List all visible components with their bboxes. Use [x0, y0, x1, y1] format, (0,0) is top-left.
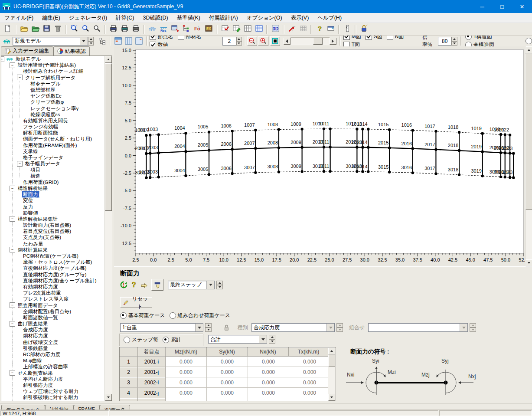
toolbar-table-calc-button[interactable]: [253, 24, 264, 35]
tree-item-斜引張破壊に対する耐力[interactable]: 斜引張破壊に対する耐力: [1, 394, 112, 400]
tree-item-M-φ曲線[interactable]: M-φ曲線: [1, 357, 112, 364]
toolbar-save-button[interactable]: [41, 24, 52, 35]
tree-item-ウェブ圧壊に対する耐力[interactable]: ウェブ圧壊に対する耐力: [1, 388, 112, 394]
tree-item-着目点変位(着目点毎)[interactable]: 着目点変位(着目点毎): [1, 228, 112, 234]
tree-item-合成応力度[interactable]: 合成応力度: [1, 327, 112, 333]
chart-scrollbar[interactable]: [525, 46, 532, 266]
radio-組み合わせ荷重ケース[interactable]: [170, 312, 176, 319]
tree-item-レラクセーション率γ[interactable]: レラクセーション率γ: [1, 105, 112, 111]
radio-1構造図[interactable]: [465, 36, 472, 40]
structure-radio-clipped[interactable]: [525, 38, 532, 44]
toolbar-print-setup-button[interactable]: [130, 24, 141, 35]
tree-item-フランジ有効幅[interactable]: フランジ有効幅: [1, 124, 112, 130]
sum-selector[interactable]: 合計: [208, 335, 267, 344]
tree-item-構造解析結果[interactable]: −構造解析結果: [1, 185, 112, 191]
tree-item-照査用断面データ[interactable]: −照査用断面データ: [1, 302, 112, 308]
scale-spinner[interactable]: [451, 37, 457, 46]
menu-item-7[interactable]: オプション(O): [242, 13, 287, 23]
tree-item-格子幅員データ[interactable]: −格子幅員データ: [1, 161, 112, 167]
diagram-checkbox-0[interactable]: M図: [343, 36, 361, 40]
tree-scrollbar[interactable]: [104, 56, 112, 401]
tree-item-支承線[interactable]: 支承線: [1, 148, 112, 154]
mode-radio-0[interactable]: ステップ毎: [124, 336, 158, 344]
view-scrollbar[interactable]: [284, 37, 336, 45]
toolbar-delete-button[interactable]: [52, 24, 63, 35]
close-button[interactable]: ✕: [512, 0, 532, 13]
menu-item-0[interactable]: ファイル(F): [0, 13, 38, 23]
tree-expander[interactable]: −: [10, 302, 15, 308]
load-case-spinner[interactable]: [205, 323, 212, 332]
tree-item-たわみ量[interactable]: たわみ量: [1, 241, 112, 247]
toolbar-help-button[interactable]: ?: [314, 24, 325, 35]
toolbar-tree-view-button[interactable]: [180, 24, 192, 35]
structure-radio-1[interactable]: 全構造図: [465, 41, 494, 47]
toolbar-table-view-button[interactable]: [242, 24, 253, 35]
checkbox-部材名[interactable]: [178, 36, 184, 40]
display-checkbox-1[interactable]: 部材名: [178, 36, 202, 40]
tree-item-引張鉄筋量[interactable]: 引張鉄筋量: [1, 345, 112, 351]
tree-item-せん断照査結果[interactable]: −せん断照査結果: [1, 370, 112, 376]
tree-item-斜引張応力度[interactable]: 斜引張応力度: [1, 382, 112, 388]
tree-item-設計用諸量(予備計算結果)[interactable]: −設計用諸量(予備計算結果): [1, 62, 112, 68]
tree-item-構造解析結果集計[interactable]: −構造解析結果集計: [1, 216, 112, 222]
tree-item-摩擦・セットロス(ケーブル毎)[interactable]: 摩擦・セットロス(ケーブル毎): [1, 259, 112, 265]
menu-item-8[interactable]: 表示(V): [287, 13, 313, 23]
toolbar-license-lock-button[interactable]: [358, 24, 369, 35]
table-row-2003-i[interactable]: 52003-i0.0000.0000.0000.000: [120, 398, 336, 401]
toolbar-section-arrow-button[interactable]: [286, 24, 297, 35]
chart-scroll-up[interactable]: [525, 46, 532, 53]
checkbox-S図[interactable]: [366, 36, 372, 40]
recalc-icon[interactable]: !: [118, 280, 129, 290]
step-spinner[interactable]: [216, 281, 223, 289]
tree-item-支点反力(支点毎)[interactable]: 支点反力(支点毎): [1, 234, 112, 240]
tree-item-作用荷重(FRAME)(面外)[interactable]: 作用荷重(FRAME)(面外): [1, 142, 112, 148]
toolbar-open-model-button[interactable]: [18, 24, 29, 35]
layout-split-button[interactable]: [134, 36, 144, 46]
zoom-in-button[interactable]: [258, 36, 268, 46]
toolbar-view-3d-button[interactable]: 3D: [270, 24, 281, 35]
sum-selector-arrow[interactable]: [259, 335, 267, 343]
tree-item-材令テーブル[interactable]: 材令テーブル: [1, 81, 112, 87]
tree-item-直後鋼材応力度(グループ毎)[interactable]: 直後鋼材応力度(グループ毎): [1, 272, 112, 278]
tree-item-側面データ(せん断・ねじり用)[interactable]: 側面データ(せん断・ねじり用): [1, 136, 112, 142]
view-scroll-right[interactable]: [330, 38, 336, 45]
tree-item-有効幅算出用支間長[interactable]: 有効幅算出用支間長: [1, 118, 112, 124]
tree-item-項目[interactable]: 項目: [1, 167, 112, 173]
tree-item-断面諸数値一覧[interactable]: 断面諸数値一覧: [1, 314, 112, 321]
display-checkbox-0[interactable]: 節点名: [150, 36, 173, 40]
model-spinner[interactable]: [88, 37, 94, 46]
tree-expander[interactable]: −: [1, 56, 4, 62]
view-scroll-left[interactable]: [284, 38, 290, 45]
toolbar-open-data-button[interactable]: [29, 24, 41, 35]
toolbar-frame-export-button[interactable]: Fo: [192, 24, 203, 35]
toolbar-table-edit-button[interactable]: [231, 24, 242, 35]
tree-expander[interactable]: −: [10, 62, 15, 68]
toolbar-grid-view-button[interactable]: [297, 24, 309, 35]
chart-scroll-down[interactable]: [525, 259, 532, 266]
table-row-2001-j[interactable]: 22001-j0.0000.0000.0000.000: [120, 367, 336, 377]
table-row-2001-i[interactable]: 12001-i0.0000.0000.0000.000: [120, 357, 336, 367]
sum-spinner[interactable]: [269, 335, 275, 344]
checkbox-節点名[interactable]: [150, 36, 156, 40]
tree-item-解析用断面性能[interactable]: 解析用断面性能: [1, 130, 112, 136]
table-scroll-down[interactable]: [328, 394, 335, 401]
toolbar-print-preview-button[interactable]: [108, 24, 119, 35]
zoom-fit-button[interactable]: [270, 36, 280, 46]
diagram-checkbox-1[interactable]: S図: [366, 36, 382, 40]
layout-single-button[interactable]: [113, 36, 123, 46]
tree-item-プレストレス導入度[interactable]: プレストレス導入度: [1, 296, 112, 302]
load-case-radio-0[interactable]: 基本荷重ケース: [120, 312, 165, 319]
tree-item-設計断面力(着目点毎)[interactable]: 設計断面力(着目点毎): [1, 222, 112, 228]
tree-expander[interactable]: −: [10, 216, 15, 222]
model-tree-button[interactable]: [97, 36, 108, 46]
radio-基本荷重ケース[interactable]: [120, 312, 127, 319]
tab-input-data-edit[interactable]: 入力データ編集: [1, 46, 53, 55]
toolbar-screen-copy-button[interactable]: [169, 24, 180, 35]
menu-item-6[interactable]: 付属設計(A): [205, 13, 242, 23]
tree-item-乾燥収縮度εs[interactable]: 乾燥収縮度εs: [1, 111, 112, 118]
tree-item-有効鋼材応力度[interactable]: 有効鋼材応力度: [1, 284, 112, 290]
toolbar-zoom-out-button[interactable]: [91, 24, 102, 35]
toolbar-ruler-button[interactable]: [342, 24, 353, 35]
tree-item-直後鋼材応力度(ケーブル毎)[interactable]: 直後鋼材応力度(ケーブル毎): [1, 265, 112, 271]
tree-item-反力[interactable]: 反力: [1, 204, 112, 210]
